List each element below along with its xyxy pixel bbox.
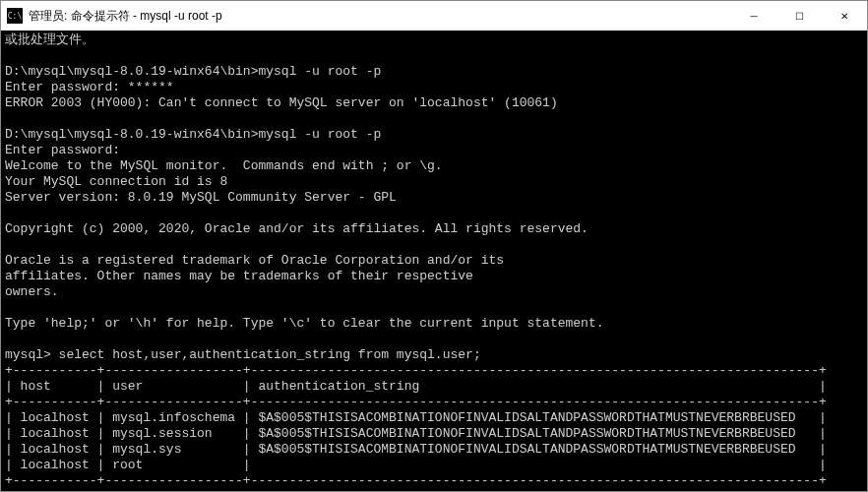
- minimize-button[interactable]: ─: [731, 1, 776, 31]
- cmd-icon: C:\: [7, 8, 23, 24]
- window-title: 管理员: 命令提示符 - mysql -u root -p: [29, 8, 731, 25]
- window-titlebar: C:\ 管理员: 命令提示符 - mysql -u root -p ─ ☐ ✕: [1, 1, 867, 31]
- close-button[interactable]: ✕: [822, 1, 867, 31]
- maximize-button[interactable]: ☐: [776, 1, 822, 31]
- window-controls: ─ ☐ ✕: [731, 1, 867, 31]
- terminal-output[interactable]: 或批处理文件。 D:\mysql\mysql-8.0.19-winx64\bin…: [1, 31, 867, 492]
